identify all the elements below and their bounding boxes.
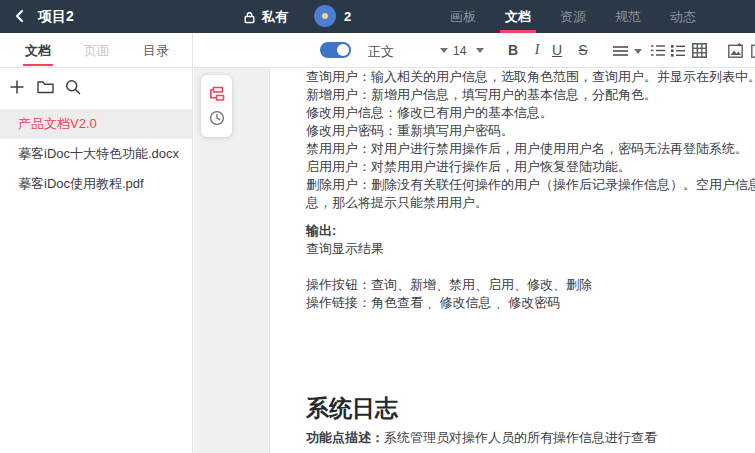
tab-resources[interactable]: 资源 <box>560 0 586 33</box>
feature-description-line: 功能点描述：系统管理员对操作人员的所有操作信息进行查看 <box>306 429 755 447</box>
sidebar-actions <box>0 68 192 103</box>
align-caret-icon[interactable] <box>634 49 642 54</box>
doc-line: 息，那么将提示只能禁用用户。 <box>306 194 755 212</box>
member-count: 2 <box>344 9 351 24</box>
paragraph-style-caret-icon[interactable] <box>440 48 448 53</box>
document-canvas[interactable]: 查询用户：输入相关的用户信息，选取角色范围，查询用户。并显示在列表中。 新增用户… <box>270 68 755 453</box>
outline-tree-icon[interactable] <box>209 86 225 102</box>
strikethrough-button[interactable]: S <box>575 42 591 58</box>
insert-image-icon[interactable] <box>728 43 743 58</box>
doc-list-item[interactable]: 摹客iDoc十大特色功能.docx <box>0 139 192 169</box>
bold-button[interactable]: B <box>505 42 521 58</box>
doc-line: 修改用户信息：修改已有用户的基本信息。 <box>306 104 755 122</box>
panel-tabs: 文档 页面 目录 <box>0 33 193 67</box>
privacy-label: 私有 <box>262 8 288 26</box>
edit-mode-toggle[interactable] <box>320 42 351 58</box>
tab-toc[interactable]: 目录 <box>143 42 169 60</box>
lock-icon <box>243 11 256 24</box>
action-buttons-line: 操作按钮：查询、新增、禁用、启用、修改、删除 <box>306 276 755 294</box>
tab-canvas[interactable]: 画板 <box>450 0 476 33</box>
doc-list-item-selected[interactable]: 产品文档V2.0 <box>0 109 192 139</box>
document-body: 查询用户：输入相关的用户信息，选取角色范围，查询用户。并显示在列表中。 新增用户… <box>270 68 755 447</box>
tab-activity[interactable]: 动态 <box>670 0 696 33</box>
output-label: 输出: <box>306 222 755 240</box>
members-indicator[interactable]: 2 <box>314 5 351 27</box>
output-value: 查询显示结果 <box>306 240 755 258</box>
tab-document[interactable]: 文档 <box>505 0 531 33</box>
privacy-indicator[interactable]: 私有 <box>243 8 288 26</box>
topbar: 项目2 私有 2 画板 文档 资源 规范 动态 <box>0 0 755 33</box>
toggle-knob <box>337 44 349 56</box>
doc-line: 启用用户：对禁用用户进行操作后，用户恢复登陆功能。 <box>306 158 755 176</box>
font-size-caret-icon[interactable] <box>476 48 484 53</box>
project-title: 项目2 <box>38 8 74 26</box>
topbar-tabs: 画板 文档 资源 规范 动态 <box>450 0 696 33</box>
back-icon[interactable] <box>12 8 28 24</box>
tab-docs-list[interactable]: 文档 <box>25 42 51 60</box>
doc-line: 删除用户：删除没有关联任何操作的用户（操作后记录操作信息）。空用户信息。如果有要… <box>306 176 755 194</box>
folder-icon[interactable] <box>37 79 53 95</box>
section-heading: 系统日志 <box>306 393 755 423</box>
search-icon[interactable] <box>65 79 81 95</box>
align-lines-icon[interactable] <box>613 45 629 57</box>
clipped-toolbar-icon[interactable] <box>751 43 755 58</box>
doc-line: 禁用用户：对用户进行禁用操作后，用户使用用户名，密码无法再登陆系统。 <box>306 140 755 158</box>
document-list: 产品文档V2.0 摹客iDoc十大特色功能.docx 摹客iDoc使用教程.pd… <box>0 109 192 199</box>
table-grid-icon[interactable] <box>692 43 707 58</box>
doc-line: 查询用户：输入相关的用户信息，选取角色范围，查询用户。并显示在列表中。 <box>306 68 755 86</box>
doc-tools-panel <box>201 75 232 137</box>
document-sidebar: 产品文档V2.0 摹客iDoc十大特色功能.docx 摹客iDoc使用教程.pd… <box>0 68 193 453</box>
feature-text: 系统管理员对操作人员的所有操作信息进行查看 <box>384 430 657 445</box>
avatar <box>314 5 336 27</box>
tab-specs[interactable]: 规范 <box>615 0 641 33</box>
action-links-line: 操作链接：角色查看 、修改信息 、修改密码 <box>306 294 755 312</box>
doc-line: 新增用户：新增用户信息，填写用户的基本信息，分配角色。 <box>306 86 755 104</box>
doc-list-item[interactable]: 摹客iDoc使用教程.pdf <box>0 169 192 199</box>
paragraph-style-select[interactable]: 正文 <box>368 43 394 61</box>
font-size-select[interactable]: 14 <box>453 44 466 58</box>
tab-pages[interactable]: 页面 <box>84 42 110 60</box>
underline-button[interactable]: U <box>549 42 565 58</box>
ordered-list-icon[interactable] <box>651 44 666 57</box>
feature-label: 功能点描述： <box>306 430 384 445</box>
unordered-list-icon[interactable] <box>671 44 686 57</box>
history-clock-icon[interactable] <box>209 110 225 126</box>
doc-line: 修改用户密码：重新填写用户密码。 <box>306 122 755 140</box>
add-document-icon[interactable] <box>9 79 25 95</box>
subnav-toolbar-row: 文档 页面 目录 正文 14 B I U S <box>0 33 755 68</box>
italic-button[interactable]: I <box>529 42 545 58</box>
